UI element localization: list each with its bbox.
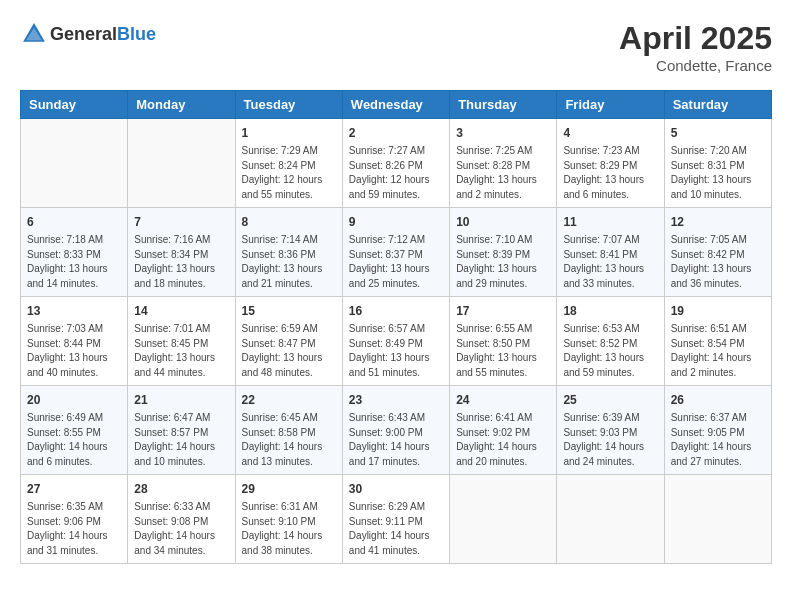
day-number: 18 bbox=[563, 302, 657, 320]
day-info: Sunrise: 7:23 AMSunset: 8:29 PMDaylight:… bbox=[563, 144, 657, 202]
day-number: 12 bbox=[671, 213, 765, 231]
day-info: Sunrise: 6:31 AMSunset: 9:10 PMDaylight:… bbox=[242, 500, 336, 558]
calendar-cell: 20Sunrise: 6:49 AMSunset: 8:55 PMDayligh… bbox=[21, 386, 128, 475]
week-row-3: 13Sunrise: 7:03 AMSunset: 8:44 PMDayligh… bbox=[21, 297, 772, 386]
calendar-cell: 18Sunrise: 6:53 AMSunset: 8:52 PMDayligh… bbox=[557, 297, 664, 386]
day-number: 16 bbox=[349, 302, 443, 320]
calendar-cell: 26Sunrise: 6:37 AMSunset: 9:05 PMDayligh… bbox=[664, 386, 771, 475]
page-header: GeneralBlue April 2025 Condette, France bbox=[20, 20, 772, 74]
calendar-cell: 13Sunrise: 7:03 AMSunset: 8:44 PMDayligh… bbox=[21, 297, 128, 386]
day-number: 22 bbox=[242, 391, 336, 409]
day-info: Sunrise: 6:37 AMSunset: 9:05 PMDaylight:… bbox=[671, 411, 765, 469]
day-info: Sunrise: 7:05 AMSunset: 8:42 PMDaylight:… bbox=[671, 233, 765, 291]
day-number: 9 bbox=[349, 213, 443, 231]
calendar-table: SundayMondayTuesdayWednesdayThursdayFrid… bbox=[20, 90, 772, 564]
day-number: 26 bbox=[671, 391, 765, 409]
day-info: Sunrise: 6:51 AMSunset: 8:54 PMDaylight:… bbox=[671, 322, 765, 380]
day-number: 30 bbox=[349, 480, 443, 498]
day-info: Sunrise: 6:49 AMSunset: 8:55 PMDaylight:… bbox=[27, 411, 121, 469]
calendar-cell bbox=[21, 119, 128, 208]
day-info: Sunrise: 7:14 AMSunset: 8:36 PMDaylight:… bbox=[242, 233, 336, 291]
calendar-cell: 5Sunrise: 7:20 AMSunset: 8:31 PMDaylight… bbox=[664, 119, 771, 208]
day-info: Sunrise: 7:10 AMSunset: 8:39 PMDaylight:… bbox=[456, 233, 550, 291]
day-info: Sunrise: 7:18 AMSunset: 8:33 PMDaylight:… bbox=[27, 233, 121, 291]
day-number: 6 bbox=[27, 213, 121, 231]
day-number: 29 bbox=[242, 480, 336, 498]
day-number: 2 bbox=[349, 124, 443, 142]
weekday-header-row: SundayMondayTuesdayWednesdayThursdayFrid… bbox=[21, 91, 772, 119]
calendar-cell: 1Sunrise: 7:29 AMSunset: 8:24 PMDaylight… bbox=[235, 119, 342, 208]
day-number: 23 bbox=[349, 391, 443, 409]
day-number: 1 bbox=[242, 124, 336, 142]
day-info: Sunrise: 7:20 AMSunset: 8:31 PMDaylight:… bbox=[671, 144, 765, 202]
day-number: 27 bbox=[27, 480, 121, 498]
calendar-cell: 15Sunrise: 6:59 AMSunset: 8:47 PMDayligh… bbox=[235, 297, 342, 386]
day-info: Sunrise: 6:43 AMSunset: 9:00 PMDaylight:… bbox=[349, 411, 443, 469]
day-number: 4 bbox=[563, 124, 657, 142]
day-info: Sunrise: 6:55 AMSunset: 8:50 PMDaylight:… bbox=[456, 322, 550, 380]
day-info: Sunrise: 6:35 AMSunset: 9:06 PMDaylight:… bbox=[27, 500, 121, 558]
weekday-header-sunday: Sunday bbox=[21, 91, 128, 119]
calendar-cell: 23Sunrise: 6:43 AMSunset: 9:00 PMDayligh… bbox=[342, 386, 449, 475]
calendar-cell: 27Sunrise: 6:35 AMSunset: 9:06 PMDayligh… bbox=[21, 475, 128, 564]
weekday-header-tuesday: Tuesday bbox=[235, 91, 342, 119]
day-info: Sunrise: 7:16 AMSunset: 8:34 PMDaylight:… bbox=[134, 233, 228, 291]
weekday-header-friday: Friday bbox=[557, 91, 664, 119]
day-number: 19 bbox=[671, 302, 765, 320]
week-row-2: 6Sunrise: 7:18 AMSunset: 8:33 PMDaylight… bbox=[21, 208, 772, 297]
calendar-cell: 29Sunrise: 6:31 AMSunset: 9:10 PMDayligh… bbox=[235, 475, 342, 564]
day-info: Sunrise: 7:03 AMSunset: 8:44 PMDaylight:… bbox=[27, 322, 121, 380]
day-info: Sunrise: 6:41 AMSunset: 9:02 PMDaylight:… bbox=[456, 411, 550, 469]
calendar-cell: 8Sunrise: 7:14 AMSunset: 8:36 PMDaylight… bbox=[235, 208, 342, 297]
day-info: Sunrise: 7:29 AMSunset: 8:24 PMDaylight:… bbox=[242, 144, 336, 202]
calendar-cell: 6Sunrise: 7:18 AMSunset: 8:33 PMDaylight… bbox=[21, 208, 128, 297]
calendar-cell: 21Sunrise: 6:47 AMSunset: 8:57 PMDayligh… bbox=[128, 386, 235, 475]
day-number: 21 bbox=[134, 391, 228, 409]
day-number: 20 bbox=[27, 391, 121, 409]
calendar-cell: 19Sunrise: 6:51 AMSunset: 8:54 PMDayligh… bbox=[664, 297, 771, 386]
weekday-header-wednesday: Wednesday bbox=[342, 91, 449, 119]
day-info: Sunrise: 6:47 AMSunset: 8:57 PMDaylight:… bbox=[134, 411, 228, 469]
weekday-header-saturday: Saturday bbox=[664, 91, 771, 119]
calendar-cell bbox=[557, 475, 664, 564]
calendar-cell: 16Sunrise: 6:57 AMSunset: 8:49 PMDayligh… bbox=[342, 297, 449, 386]
calendar-cell bbox=[128, 119, 235, 208]
calendar-cell: 12Sunrise: 7:05 AMSunset: 8:42 PMDayligh… bbox=[664, 208, 771, 297]
day-info: Sunrise: 6:45 AMSunset: 8:58 PMDaylight:… bbox=[242, 411, 336, 469]
day-info: Sunrise: 7:07 AMSunset: 8:41 PMDaylight:… bbox=[563, 233, 657, 291]
week-row-1: 1Sunrise: 7:29 AMSunset: 8:24 PMDaylight… bbox=[21, 119, 772, 208]
day-number: 13 bbox=[27, 302, 121, 320]
day-number: 17 bbox=[456, 302, 550, 320]
calendar-cell: 28Sunrise: 6:33 AMSunset: 9:08 PMDayligh… bbox=[128, 475, 235, 564]
calendar-cell: 9Sunrise: 7:12 AMSunset: 8:37 PMDaylight… bbox=[342, 208, 449, 297]
day-number: 24 bbox=[456, 391, 550, 409]
calendar-cell: 30Sunrise: 6:29 AMSunset: 9:11 PMDayligh… bbox=[342, 475, 449, 564]
calendar-cell: 7Sunrise: 7:16 AMSunset: 8:34 PMDaylight… bbox=[128, 208, 235, 297]
calendar-cell: 22Sunrise: 6:45 AMSunset: 8:58 PMDayligh… bbox=[235, 386, 342, 475]
day-number: 15 bbox=[242, 302, 336, 320]
day-number: 25 bbox=[563, 391, 657, 409]
day-info: Sunrise: 6:33 AMSunset: 9:08 PMDaylight:… bbox=[134, 500, 228, 558]
day-number: 8 bbox=[242, 213, 336, 231]
day-info: Sunrise: 7:01 AMSunset: 8:45 PMDaylight:… bbox=[134, 322, 228, 380]
location: Condette, France bbox=[619, 57, 772, 74]
day-number: 14 bbox=[134, 302, 228, 320]
day-info: Sunrise: 6:53 AMSunset: 8:52 PMDaylight:… bbox=[563, 322, 657, 380]
calendar-cell: 4Sunrise: 7:23 AMSunset: 8:29 PMDaylight… bbox=[557, 119, 664, 208]
day-number: 3 bbox=[456, 124, 550, 142]
day-number: 5 bbox=[671, 124, 765, 142]
day-info: Sunrise: 7:25 AMSunset: 8:28 PMDaylight:… bbox=[456, 144, 550, 202]
calendar-cell bbox=[450, 475, 557, 564]
weekday-header-monday: Monday bbox=[128, 91, 235, 119]
day-number: 28 bbox=[134, 480, 228, 498]
calendar-cell: 17Sunrise: 6:55 AMSunset: 8:50 PMDayligh… bbox=[450, 297, 557, 386]
week-row-4: 20Sunrise: 6:49 AMSunset: 8:55 PMDayligh… bbox=[21, 386, 772, 475]
calendar-cell: 24Sunrise: 6:41 AMSunset: 9:02 PMDayligh… bbox=[450, 386, 557, 475]
day-number: 7 bbox=[134, 213, 228, 231]
logo-blue-text: Blue bbox=[117, 24, 156, 44]
weekday-header-thursday: Thursday bbox=[450, 91, 557, 119]
calendar-cell: 11Sunrise: 7:07 AMSunset: 8:41 PMDayligh… bbox=[557, 208, 664, 297]
calendar-cell: 3Sunrise: 7:25 AMSunset: 8:28 PMDaylight… bbox=[450, 119, 557, 208]
week-row-5: 27Sunrise: 6:35 AMSunset: 9:06 PMDayligh… bbox=[21, 475, 772, 564]
logo: GeneralBlue bbox=[20, 20, 156, 48]
